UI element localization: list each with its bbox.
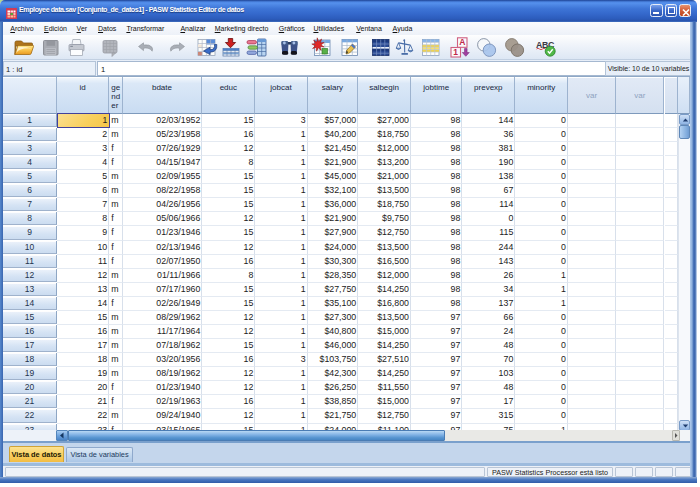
svg-text:A: A <box>459 37 465 47</box>
svg-text:1: 1 <box>453 47 458 57</box>
